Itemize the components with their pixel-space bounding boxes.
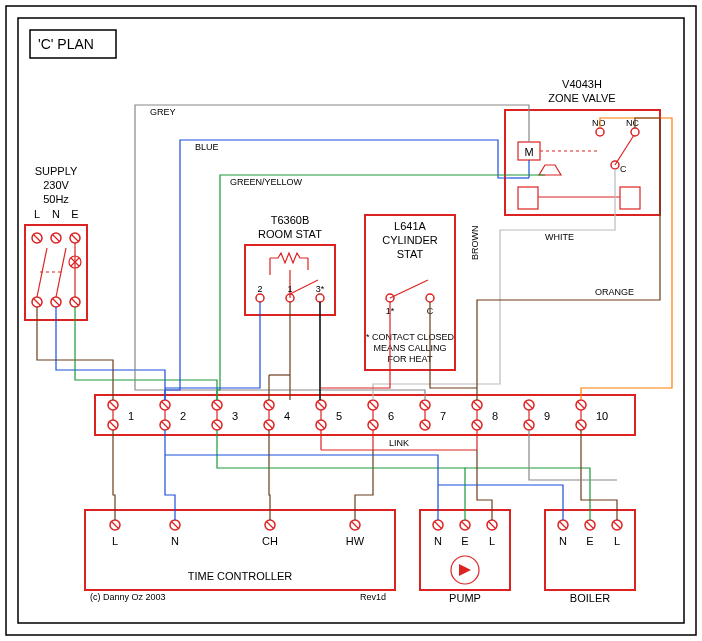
svg-point-38 xyxy=(256,294,264,302)
boiler: N E L BOILER xyxy=(545,510,635,604)
svg-rect-47 xyxy=(95,395,635,435)
wire-bus-earth-pump xyxy=(217,430,465,520)
tc-rev: Rev1d xyxy=(360,592,386,602)
bus-t6: 6 xyxy=(388,410,394,422)
cyl-foot1: * CONTACT CLOSED xyxy=(366,332,455,342)
wire-bus-tc-l xyxy=(113,430,115,520)
bus-t3: 3 xyxy=(232,410,238,422)
svg-rect-29 xyxy=(518,187,538,209)
svg-point-40 xyxy=(316,294,324,302)
room-stat-t2: 2 xyxy=(257,284,262,294)
color-white: WHITE xyxy=(545,232,574,242)
room-stat-t3: 3* xyxy=(316,284,325,294)
tc-label: TIME CONTROLLER xyxy=(188,570,293,582)
supply-term-l: L xyxy=(34,208,40,220)
svg-rect-30 xyxy=(620,187,640,209)
supply-voltage: 230V xyxy=(43,179,69,191)
cyl-stat-label1: CYLINDER xyxy=(382,234,438,246)
bus-t1: 1 xyxy=(128,410,134,422)
terminal-bus xyxy=(95,395,635,435)
cyl-stat-label2: STAT xyxy=(397,248,424,260)
zone-valve-no: NO xyxy=(592,118,606,128)
svg-rect-1 xyxy=(18,18,684,623)
supply-freq: 50Hz xyxy=(43,193,69,205)
pump-l: L xyxy=(489,535,495,547)
boiler-e: E xyxy=(586,535,593,547)
zone-valve-c: C xyxy=(620,164,627,174)
time-controller: L N CH HW TIME CONTROLLER (c) Danny Oz 2… xyxy=(85,510,395,602)
supply-term-n: N xyxy=(52,208,60,220)
room-stat-model: T6360B xyxy=(271,214,310,226)
bus-link: LINK xyxy=(321,430,477,450)
room-stat-t1: 1 xyxy=(287,284,292,294)
wire-zv-blue xyxy=(165,140,509,400)
cyl-foot3: FOR HEAT xyxy=(388,354,433,364)
zone-valve: M NO NC C xyxy=(505,110,660,215)
cyl-foot2: MEANS CALLING xyxy=(373,343,446,353)
svg-point-45 xyxy=(426,294,434,302)
boiler-n: N xyxy=(559,535,567,547)
color-brown: BROWN xyxy=(470,226,480,261)
wire-zv-green xyxy=(217,175,545,400)
bus-t9: 9 xyxy=(544,410,550,422)
tc-credit: (c) Danny Oz 2003 xyxy=(90,592,166,602)
bus-link-label: LINK xyxy=(389,438,409,448)
svg-line-46 xyxy=(390,280,428,298)
svg-line-27 xyxy=(615,135,634,165)
pump-label: PUMP xyxy=(449,592,481,604)
cyl-stat-model: L641A xyxy=(394,220,426,232)
bus-t4: 4 xyxy=(284,410,290,422)
tc-n: N xyxy=(171,535,179,547)
bus-t10: 10 xyxy=(596,410,608,422)
wire-bus-earth-boiler xyxy=(465,468,590,520)
bus-t2: 2 xyxy=(180,410,186,422)
supply-switch xyxy=(25,225,87,320)
pump-e: E xyxy=(461,535,468,547)
zone-valve-model: V4043H xyxy=(562,78,602,90)
boiler-l: L xyxy=(614,535,620,547)
bus-terminals: 1 2 3 4 5 6 xyxy=(108,400,608,430)
pump-n: N xyxy=(434,535,442,547)
wire-zv-white xyxy=(373,169,615,400)
zone-valve-nc: NC xyxy=(626,118,639,128)
pump: N E L PUMP xyxy=(420,510,510,604)
color-blue: BLUE xyxy=(195,142,219,152)
supply-term-e: E xyxy=(71,208,78,220)
supply-label: SUPPLY xyxy=(35,165,78,177)
wire-bus9-boiler xyxy=(529,430,617,480)
zone-valve-label: ZONE VALVE xyxy=(548,92,615,104)
diagram-title: 'C' PLAN xyxy=(38,36,94,52)
wiring-diagram: 'C' PLAN SUPPLY 230V 50Hz L N E V4043H Z… xyxy=(0,0,702,641)
wire-zv-orange xyxy=(581,118,672,400)
tc-hw: HW xyxy=(346,535,365,547)
svg-point-25 xyxy=(631,128,639,136)
svg-line-41 xyxy=(290,280,318,294)
color-grey: GREY xyxy=(150,107,176,117)
svg-point-24 xyxy=(596,128,604,136)
boiler-label: BOILER xyxy=(570,592,610,604)
wire-bus-boiler-l xyxy=(581,430,617,520)
wire-supply-e xyxy=(75,307,217,400)
wire-bus-tc-n xyxy=(165,430,175,520)
tc-ch: CH xyxy=(262,535,278,547)
tc-l: L xyxy=(112,535,118,547)
color-orange: ORANGE xyxy=(595,287,634,297)
bus-t5: 5 xyxy=(336,410,342,422)
bus-t7: 7 xyxy=(440,410,446,422)
wire-bus-tc-ch xyxy=(269,430,270,520)
room-stat-label: ROOM STAT xyxy=(258,228,322,240)
bus-t8: 8 xyxy=(492,410,498,422)
zone-valve-m: M xyxy=(524,146,533,158)
color-green: GREEN/YELLOW xyxy=(230,177,303,187)
